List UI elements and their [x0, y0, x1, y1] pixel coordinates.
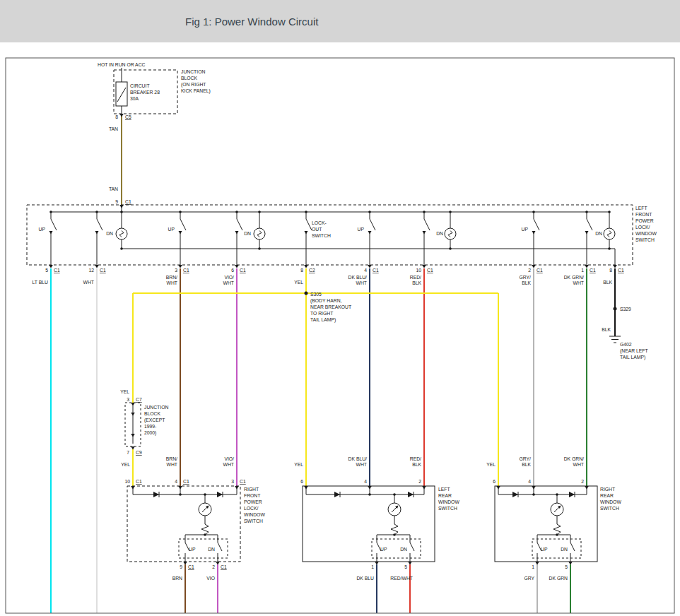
- component-name: LOCK/: [635, 225, 650, 230]
- circuit-breaker-symbol: [116, 82, 127, 106]
- pin-number: 5: [565, 564, 568, 569]
- wire-labels-row1: LT BLU WHT BRN/ WHT VIO/ WHT YEL DK BLU/…: [33, 275, 613, 285]
- component-name: WINDOW: [438, 499, 459, 504]
- wire-label: YEL: [121, 462, 130, 467]
- wire-label: WHT: [167, 462, 177, 467]
- wire-label: RED/: [410, 275, 421, 280]
- component-name: RIGHT: [600, 487, 615, 492]
- connector-label: C1: [188, 564, 194, 569]
- junction-block-label: KICK PANEL): [181, 88, 211, 94]
- pin-number: 1: [371, 564, 374, 569]
- connector-label: C1: [136, 479, 142, 484]
- pin-number: 5: [45, 268, 48, 273]
- wire-label: BRN/: [166, 456, 177, 461]
- wire-label: VIO/: [224, 275, 234, 280]
- wire-label: RED/: [410, 456, 421, 461]
- connector-label: C1: [373, 268, 379, 273]
- wire-label: BLK: [412, 462, 421, 467]
- pin-number: 2: [212, 564, 215, 569]
- dn-label: DN: [244, 231, 251, 236]
- component-name: LOCK/: [244, 506, 259, 511]
- header-bar: [0, 0, 680, 42]
- dn-label: DN: [561, 547, 568, 552]
- wire-label: WHT: [223, 462, 234, 467]
- wire-label: DK GRN/: [564, 456, 584, 461]
- wire-label: VIO: [206, 576, 215, 581]
- component-name: FRONT: [244, 493, 260, 498]
- connector-label: C1: [183, 479, 189, 484]
- connector-label: C1: [240, 479, 246, 484]
- pin-number: 4: [364, 479, 367, 484]
- page-title: Fig 1: Power Window Circuit: [185, 16, 319, 28]
- connector-label: C1: [125, 199, 131, 204]
- pin-number: 6: [493, 479, 496, 484]
- wire-label: TAN: [109, 186, 118, 191]
- connector-label: C1: [618, 268, 624, 273]
- dn-label: DN: [106, 231, 113, 236]
- pin-number: 3: [127, 397, 129, 402]
- wire-label: GRY: [524, 576, 534, 581]
- connector-label: C1: [100, 268, 106, 273]
- pin-number: 5: [404, 564, 407, 569]
- component-name: POWER: [244, 499, 262, 504]
- component-name: WINDOW: [244, 512, 265, 517]
- left-rear-switch-box: [303, 486, 435, 562]
- breaker-label: BREAKER 28: [130, 90, 160, 95]
- connector-label: C9: [136, 450, 142, 455]
- junction-block-label: (ON RIGHT: [181, 82, 206, 88]
- connector-label: C2: [309, 268, 315, 273]
- up-label: UP: [541, 547, 548, 552]
- component-name: BLOCK: [144, 411, 161, 416]
- lockout-label: LOCK-: [312, 220, 327, 225]
- up-label: UP: [358, 227, 365, 232]
- diagram-canvas: Fig 1: Power Window Circuit: [0, 0, 680, 616]
- pin-number: 8: [300, 268, 303, 273]
- component-name: WINDOW: [600, 499, 621, 504]
- lockout-label: SWITCH: [312, 233, 331, 238]
- dn-label: DN: [400, 547, 407, 552]
- component-name: SWITCH: [600, 506, 619, 511]
- wire-label: BLK: [603, 280, 612, 285]
- wire-label: BLK: [522, 280, 531, 285]
- feed-circuit: HOT IN RUN OR ACC CIRCUIT BREAKER 28 30A…: [98, 62, 211, 208]
- pin-number: 4: [175, 479, 177, 484]
- connector-label: C1: [427, 268, 433, 273]
- wire-label: WHT: [356, 280, 367, 285]
- junction-block-label: BLOCK: [181, 76, 198, 81]
- wire-label: DK GRN: [549, 576, 568, 581]
- wire-label: WHT: [83, 280, 94, 285]
- ground-name: G402: [620, 342, 632, 347]
- wire-label: WHT: [573, 462, 584, 467]
- splice-note: (BODY HARN,: [310, 298, 342, 304]
- ground-note: (NEAR LEFT: [620, 348, 648, 354]
- wire-label: DK BLU/: [348, 456, 368, 461]
- wire-label: WHT: [573, 280, 584, 285]
- connector-label: C1: [54, 268, 60, 273]
- component-name: RIGHT: [244, 487, 259, 492]
- component-name: LEFT: [635, 206, 647, 211]
- pin-number: 10: [416, 268, 421, 273]
- wire-label: TAN: [109, 126, 118, 131]
- wire-label: BLK: [412, 280, 421, 285]
- pin-number: 2: [581, 479, 584, 484]
- wiring-diagram-page: Fig 1: Power Window Circuit: [0, 0, 680, 616]
- connector-label: C1: [221, 564, 227, 569]
- splice-name: S329: [620, 307, 631, 312]
- up-label: UP: [39, 227, 46, 232]
- wire-label: LT BLU: [33, 280, 49, 285]
- wire-label: WHT: [223, 280, 234, 285]
- splice-s305: S305 (BODY HARN, NEAR BREAKOUT TO RIGHT …: [305, 292, 352, 324]
- splice-s329-ground: S329 BLK G402 (NEAR LEFT TAIL LAMP): [602, 307, 648, 360]
- dn-label: DN: [208, 547, 215, 552]
- wire-label: YEL: [120, 389, 129, 394]
- wire-label: RED/WHT: [390, 576, 413, 581]
- splice-note: TAIL LAMP): [310, 317, 336, 323]
- dn-label: DN: [436, 231, 443, 236]
- component-name: SWITCH: [244, 519, 263, 523]
- component-name: 1999-: [144, 424, 156, 429]
- wires: [51, 116, 615, 613]
- pin-number: 1: [581, 268, 584, 273]
- header: Fig 1: Power Window Circuit: [0, 0, 680, 42]
- left-rear-switch: 6 4 2 UP DN LEFT REAR WINDOW SWITCH 1 5 …: [300, 479, 459, 581]
- wire-label: YEL: [294, 462, 303, 467]
